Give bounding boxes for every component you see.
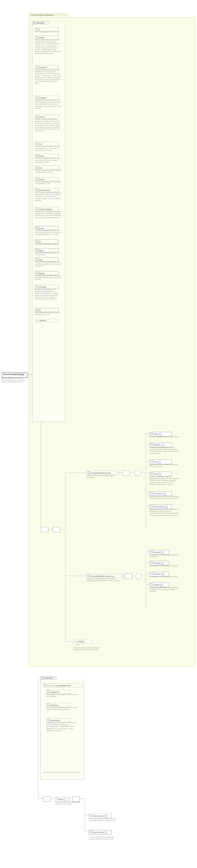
attr-pubconstrainturi[interactable]: pubconstrainturi: [35, 207, 59, 211]
attr-desc: Indicates by which means the value was e…: [35, 157, 62, 163]
attr-why[interactable]: why: [35, 166, 59, 170]
element-desc: A group of existing concepts which expre…: [55, 801, 83, 805]
attr-desc: A URI which identifies a concept.: [35, 243, 62, 245]
attr-id[interactable]: id: [35, 27, 59, 31]
expand-icon[interactable]: -: [63, 798, 66, 801]
root-desc: Flexible generic PCL-type for both contr…: [2, 377, 26, 383]
any-other-element[interactable]: any ##other: [73, 640, 92, 643]
connector: [65, 472, 86, 473]
attr-creator[interactable]: creator: [35, 35, 59, 39]
choice-indicator: [135, 471, 141, 475]
sequence-indicator: [72, 796, 80, 802]
attr-desc: Why the metadata has been included - exp…: [35, 169, 62, 173]
element-desc: A link to an item or a web resource whic…: [149, 495, 179, 499]
connector: [65, 576, 86, 576]
connector: [141, 576, 146, 576]
group-label: ConceptDefinitionGroup: [90, 472, 111, 474]
element-desc: In NAR 1.8 and later, 'facet' is depreca…: [149, 476, 179, 486]
attr-desc: The local identifier of the property.: [35, 31, 62, 33]
attr-relevance[interactable]: relevance: [46, 703, 70, 707]
connector: [146, 551, 146, 608]
attr-how[interactable]: how: [35, 142, 59, 146]
extension-header: Flex1PropType (extension): [29, 13, 68, 16]
cardinality: 0..∞: [136, 579, 139, 580]
sequence-indicator: [53, 527, 60, 532]
attr-desc: The confidence with which the metadata h…: [46, 694, 79, 698]
attr-desc: One or many constraints that apply to pu…: [35, 192, 62, 202]
cardinality: 0..∞: [76, 644, 79, 646]
attr-typeuri[interactable]: typeuri: [35, 271, 59, 275]
connector: [48, 529, 53, 529]
element-desc: A concept which is faceting another conc…: [89, 836, 118, 840]
attributes-label: attributes: [45, 677, 53, 679]
sequence-indicator: [41, 527, 48, 532]
connector: [65, 472, 65, 642]
group-quantify-attributes[interactable]: qattributes quantifyAttributes: [43, 683, 83, 687]
connector: [116, 472, 122, 473]
choice-indicator: [136, 574, 142, 578]
element-desc: The concept which is faceted by other co…: [89, 818, 118, 822]
connector: [132, 576, 136, 576]
attr-desc: Why the metadata has been included - exp…: [35, 181, 62, 185]
type-root[interactable]: Flex1ConceptPropType: [2, 372, 28, 378]
attr-desc: If the property value is not defined, sp…: [35, 39, 62, 55]
attributes-header[interactable]: attributes: [32, 21, 48, 25]
sequence-indicator: [43, 796, 51, 802]
attr-custom[interactable]: custom: [35, 115, 59, 119]
connector: [60, 529, 65, 529]
attr-whyuri[interactable]: whyuri: [35, 177, 59, 181]
attr-desc: The directionality of textual content (e…: [35, 312, 62, 316]
attributes-label: attributes: [37, 22, 45, 24]
group-concept-relationships[interactable]: ConceptRelationshipsGroup: [86, 574, 123, 578]
attr-desc: The type of the concept assigned as cont…: [35, 275, 62, 281]
group-desc: A group of properties required to indica…: [86, 578, 122, 582]
cardinality: 0..∞: [92, 834, 95, 835]
element-desc: Represents the position of a concept in …: [149, 508, 179, 516]
attr-uri[interactable]: uri: [35, 240, 59, 244]
sequence-indicator: [122, 470, 130, 476]
group-label: quantifyAttributes: [57, 685, 71, 687]
attr-desc: One or many constraints that apply to pu…: [35, 211, 62, 219]
attr-confidence[interactable]: confidence: [46, 690, 70, 694]
attr-xml:lang[interactable]: xml:lang: [35, 285, 59, 289]
any-label: ##other: [78, 641, 85, 643]
element-facetConcept[interactable]: facetConcept+: [89, 830, 111, 835]
element-bag[interactable]: bag-: [55, 797, 69, 802]
attr-desc: A reference to the concept from which th…: [46, 722, 79, 732]
sequence-indicator: [124, 574, 132, 579]
attr-desc: The relevance of the metadata to the new…: [46, 707, 79, 711]
attr-dir[interactable]: dir: [35, 308, 59, 312]
element-desc: An identifier of a concept with equivale…: [149, 554, 179, 558]
element-desc: An identifier of a more specific concept…: [149, 576, 179, 578]
cardinality: 0..∞: [135, 475, 138, 477]
element-desc: An identifier of a more generic concept.: [149, 565, 179, 567]
attr-creatoruri[interactable]: creatoruri: [35, 65, 59, 69]
attr-literal[interactable]: literal: [35, 248, 59, 252]
attr-desc: The type of the concept assigned as cont…: [35, 261, 62, 267]
attr-desc: A concept identifier expressed by a QCod…: [35, 230, 62, 236]
attr-desc: If the property value is not defined, sp…: [35, 69, 62, 85]
attr-desc: The date (and, optionally, the time) whe…: [35, 99, 62, 109]
attr-type[interactable]: type: [35, 257, 59, 261]
attr-desc: A concept identifier expressed as a free…: [35, 252, 62, 256]
attr-howuri[interactable]: howuri: [35, 154, 59, 158]
attr-qcode[interactable]: qcode: [35, 226, 59, 230]
any-desc: Extension point for provider-defined pro…: [73, 647, 103, 651]
attr-desc: If set to true the corresponding propert…: [35, 118, 62, 132]
element-desc: A related concept, where the relationshi…: [149, 587, 179, 593]
connector: [65, 642, 73, 642]
element-label: bag: [59, 798, 63, 800]
attr-any-other[interactable]: any ##other: [35, 319, 59, 322]
attr-desc: Specifies the language of this property …: [35, 288, 62, 300]
connector: [38, 678, 38, 799]
element-desc: A natural language name for the concept.: [149, 436, 179, 438]
group-concept-definition[interactable]: ConceptDefinitionGroup: [86, 471, 118, 475]
group-label: ConceptRelationshipsGroup: [90, 575, 114, 577]
attr-derivedfrom[interactable]: derivedfrom: [46, 718, 70, 722]
group-desc: A group of properties required to define…: [86, 475, 116, 478]
attr-modified[interactable]: modified: [35, 96, 59, 100]
element-desc: Additional natural language information …: [149, 464, 179, 467]
element-desc: A natural language definition of the sem…: [149, 447, 179, 455]
attributes-header-2[interactable]: attributes: [40, 676, 57, 680]
attr-pubconstraint[interactable]: pubconstraint: [35, 188, 59, 192]
